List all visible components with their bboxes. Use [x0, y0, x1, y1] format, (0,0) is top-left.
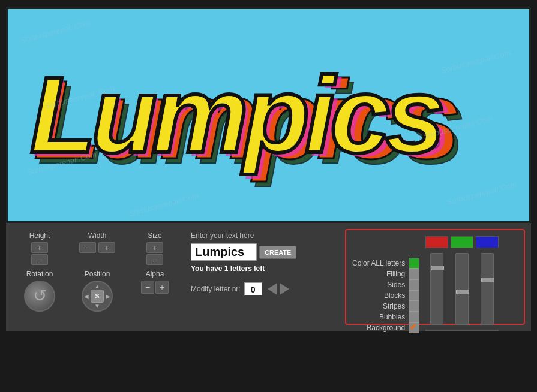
blue-slider	[476, 253, 499, 325]
width-stepper: − +	[79, 242, 115, 253]
text-input-area: Enter your text here CREATE You have 1 l…	[191, 231, 296, 295]
letters-left: You have 1 letters left	[191, 264, 296, 273]
green-slider	[451, 253, 473, 325]
background-row: Background ✓	[352, 322, 419, 333]
stripes-label: Stripes	[383, 302, 405, 310]
height-control: Height + −	[16, 231, 64, 265]
compass-up-icon: ▲	[94, 283, 100, 290]
size-plus-button[interactable]: +	[146, 242, 163, 253]
bottom-color-swatch[interactable]	[425, 330, 499, 331]
blocks-swatch[interactable]	[409, 290, 419, 301]
width-plus-button[interactable]: +	[98, 242, 115, 253]
modify-arrows	[266, 283, 291, 295]
rotation-widget[interactable]: ↺	[24, 281, 55, 312]
left-controls: Height + − Width − + Size + −	[16, 231, 179, 312]
position-label: Position	[85, 270, 110, 278]
alpha-plus-button[interactable]: +	[155, 281, 169, 294]
svg-text:Lumpics: Lumpics	[30, 55, 442, 175]
blue-slider-track[interactable]	[481, 253, 494, 325]
green-slider-col	[451, 236, 473, 248]
green-indicator	[451, 236, 473, 248]
red-indicator	[425, 236, 448, 248]
background-swatch[interactable]: ✓	[409, 322, 419, 333]
filling-label: Filling	[386, 270, 405, 278]
letters-left-count: 1	[224, 264, 229, 273]
size-stepper: + −	[146, 242, 163, 265]
position-widget[interactable]: ▲ ▼ ◀ ▶ S	[82, 281, 113, 312]
stripes-swatch[interactable]	[409, 301, 419, 312]
rotation-label: Rotation	[26, 270, 53, 278]
controls-area: Height + − Width − + Size + −	[6, 223, 531, 331]
green-slider-thumb[interactable]	[456, 290, 469, 294]
blue-slider-thumb[interactable]	[481, 278, 494, 282]
height-stepper: + −	[31, 242, 48, 265]
color-all-label: Color ALL letters	[352, 259, 405, 267]
compass-down-icon: ▼	[94, 303, 100, 309]
red-slider-col	[425, 236, 448, 248]
stripes-row: Stripes	[352, 301, 419, 312]
create-button[interactable]: CREATE	[259, 246, 296, 259]
compass-center: S	[91, 290, 104, 303]
modify-row: Modify letter nr: 0	[191, 282, 296, 295]
alpha-minus-button[interactable]: −	[141, 281, 154, 294]
height-minus-button[interactable]: −	[31, 254, 48, 265]
slider-tops	[425, 236, 499, 248]
filling-row: Filling	[352, 269, 419, 279]
blue-indicator	[476, 236, 499, 248]
modify-next-button[interactable]	[280, 283, 291, 295]
size-minus-button[interactable]: −	[146, 254, 163, 265]
main-container: Sorbusperepair.Com Sorbusperepair.Com So…	[6, 7, 531, 331]
color-all-row: Color ALL letters	[352, 258, 419, 269]
background-label: Background	[367, 324, 405, 332]
canvas-area: Sorbusperepair.Com Sorbusperepair.Com So…	[6, 7, 531, 223]
color-panel: Color ALL letters Filling Sides Blocks S…	[345, 229, 525, 325]
green-slider-track[interactable]	[455, 253, 469, 325]
height-plus-button[interactable]: +	[31, 242, 48, 253]
compass-left-icon: ◀	[84, 293, 89, 300]
red-slider-thumb[interactable]	[431, 266, 444, 270]
red-slider-track[interactable]	[430, 253, 443, 325]
rotation-control: Rotation ↺	[16, 270, 64, 312]
alpha-control: Alpha − +	[131, 270, 179, 294]
letters-left-text: You have	[191, 264, 222, 273]
sides-label: Sides	[387, 281, 405, 289]
sliders-columns	[425, 253, 499, 325]
size-control: Size + −	[131, 231, 179, 265]
blocks-row: Blocks	[352, 290, 419, 301]
alpha-label: Alpha	[146, 270, 164, 278]
sides-swatch[interactable]	[409, 279, 419, 290]
position-control: Position ▲ ▼ ◀ ▶ S	[73, 270, 121, 312]
color-all-swatch[interactable]	[409, 258, 419, 269]
width-control: Width − +	[73, 231, 121, 253]
filling-swatch[interactable]	[409, 269, 419, 279]
compass-right-icon: ▶	[106, 293, 110, 300]
enter-text-label: Enter your text here	[191, 231, 296, 240]
color-labels: Color ALL letters Filling Sides Blocks S…	[352, 236, 419, 318]
text-row: CREATE	[191, 243, 296, 261]
graffiti-svg: Lumpics Lumpics Lumpics Lumpics Lumpics	[23, 19, 515, 211]
width-label: Width	[88, 231, 107, 240]
size-label: Size	[148, 231, 161, 240]
width-minus-button[interactable]: −	[79, 242, 96, 253]
rotation-icon: ↺	[33, 288, 47, 304]
sliders-area	[425, 236, 499, 318]
height-label: Height	[29, 231, 50, 240]
modify-prev-button[interactable]	[266, 283, 277, 295]
blue-slider-col	[476, 236, 499, 248]
modify-label: Modify letter nr:	[191, 285, 241, 293]
sides-row: Sides	[352, 279, 419, 290]
letters-left-suffix: letters left	[230, 264, 265, 273]
bubbles-label: Bubbles	[379, 313, 405, 321]
background-check-icon: ✓	[409, 321, 417, 333]
modify-nr-value: 0	[244, 282, 262, 295]
alpha-stepper: − +	[141, 281, 169, 294]
blocks-label: Blocks	[384, 291, 405, 300]
graffiti-text-input[interactable]	[191, 243, 257, 261]
red-slider	[425, 253, 448, 325]
